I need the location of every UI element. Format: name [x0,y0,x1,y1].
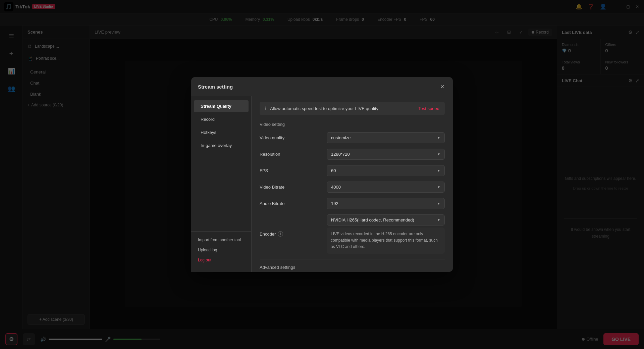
fps-setting-label: FPS [260,168,327,173]
encoder-note: LIVE videos recorded in the H.265 encode… [327,228,445,254]
modal-header: Stream setting ✕ [191,77,453,96]
encoder-dropdown-arrow: ▼ [437,218,440,222]
encoder-info-icon[interactable]: i [278,231,283,237]
fps-row: FPS 60 ▼ [260,165,445,176]
video-quality-row: Video quality customize ▼ [260,132,445,143]
encoder-dropdown[interactable]: NVIDIA H265(Hard codec, Recommended) ▼ [327,214,445,226]
audio-bitrate-dropdown[interactable]: 192 ▼ [327,198,445,209]
modal-sidebar: Stream Quality Record Hotkeys In-game ov… [191,96,252,272]
resolution-dropdown[interactable]: 1280*720 ▼ [327,149,445,160]
video-bitrate-dropdown[interactable]: 4000 ▼ [327,182,445,193]
modal-nav-bottom: Import from another tool Upload log Log … [191,231,251,268]
video-quality-dropdown[interactable]: customize ▼ [327,132,445,143]
modal-body: Stream Quality Record Hotkeys In-game ov… [191,96,453,272]
audio-bitrate-dropdown-arrow: ▼ [437,202,440,205]
encoder-control: NVIDIA H265(Hard codec, Recommended) ▼ L… [327,214,445,254]
video-bitrate-row: Video Bitrate 4000 ▼ [260,182,445,193]
speed-test-info-icon: ℹ [265,106,267,111]
modal-nav-ingame-overlay[interactable]: In-game overlay [194,140,249,151]
import-tool-link[interactable]: Import from another tool [191,235,251,245]
speed-test-banner: ℹ Allow automatic speed test to optimize… [260,102,445,115]
audio-bitrate-control: 192 ▼ [327,198,445,209]
audio-bitrate-row: Audio Bitrate 192 ▼ [260,198,445,209]
resolution-dropdown-arrow: ▼ [437,152,440,156]
modal-nav-record[interactable]: Record [194,113,249,125]
modal-content: ℹ Allow automatic speed test to optimize… [252,96,453,272]
test-speed-link[interactable]: Test speed [418,106,439,111]
video-setting-section: Video setting [260,122,445,127]
resolution-label: Resolution [260,152,327,157]
resolution-control: 1280*720 ▼ [327,149,445,160]
upload-log-link[interactable]: Upload log [191,245,251,255]
encoder-label: Encoder i [260,231,327,237]
advanced-settings-toggle[interactable]: Advanced settings [260,259,445,270]
video-quality-dropdown-arrow: ▼ [437,136,440,140]
video-quality-label: Video quality [260,135,327,140]
stream-setting-modal: Stream setting ✕ Stream Quality Record H… [191,77,453,272]
modal-nav-stream-quality[interactable]: Stream Quality [194,100,249,112]
audio-bitrate-label: Audio Bitrate [260,201,327,206]
fps-control: 60 ▼ [327,165,445,176]
video-bitrate-control: 4000 ▼ [327,182,445,193]
speed-test-description: Allow automatic speed test to optimize y… [270,106,415,111]
logout-link[interactable]: Log out [191,255,251,265]
resolution-row: Resolution 1280*720 ▼ [260,149,445,160]
modal-overlay: Stream setting ✕ Stream Quality Record H… [0,0,644,349]
video-quality-control: customize ▼ [327,132,445,143]
modal-title: Stream setting [198,84,233,90]
fps-dropdown[interactable]: 60 ▼ [327,165,445,176]
encoder-row: Encoder i NVIDIA H265(Hard codec, Recomm… [260,214,445,254]
fps-dropdown-arrow: ▼ [437,169,440,172]
video-bitrate-label: Video Bitrate [260,185,327,190]
modal-nav-hotkeys[interactable]: Hotkeys [194,127,249,138]
modal-close-button[interactable]: ✕ [438,83,446,91]
video-bitrate-dropdown-arrow: ▼ [437,185,440,189]
